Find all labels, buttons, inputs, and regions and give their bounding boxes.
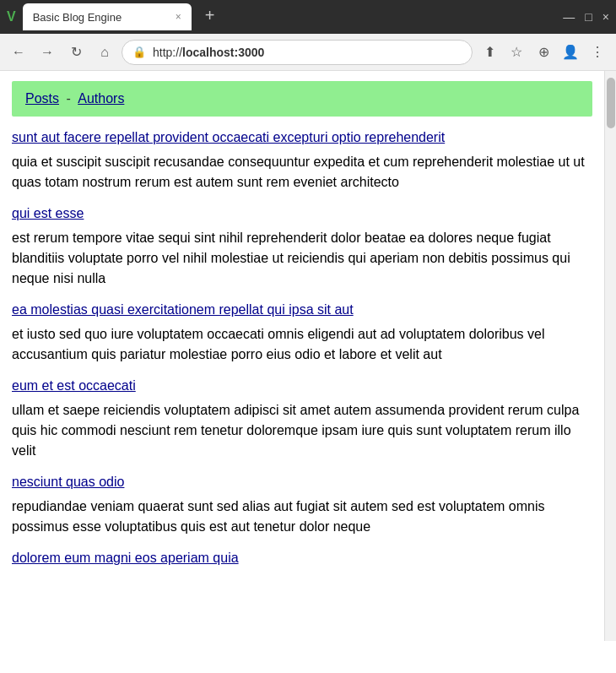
bookmark-button[interactable]: ☆: [505, 41, 528, 64]
post-body: est rerum tempore vitae sequi sint nihil…: [12, 228, 592, 289]
post-body: quia et suscipit suscipit recusandae con…: [12, 152, 592, 193]
url-text: http://localhost:3000: [153, 46, 264, 59]
scroll-thumb[interactable]: [607, 78, 615, 128]
address-bar[interactable]: 🔒 http://localhost:3000: [122, 40, 473, 65]
tab-close-button[interactable]: ×: [176, 11, 181, 23]
lock-icon: 🔒: [132, 46, 146, 58]
post-item: eum et est occaecati ullam et saepe reic…: [12, 378, 592, 461]
page-wrapper: Posts - Authors sunt aut facere repellat…: [0, 71, 616, 641]
browser-tab[interactable]: Basic Blog Engine ×: [23, 3, 192, 30]
post-body: repudiandae veniam quaerat sunt sed alia…: [12, 497, 592, 537]
scrollbar[interactable]: [604, 71, 616, 641]
post-title-link[interactable]: ea molestias quasi exercitationem repell…: [12, 302, 592, 318]
reload-button[interactable]: ↻: [64, 41, 88, 64]
maximize-button[interactable]: □: [585, 11, 592, 23]
post-item: qui est esse est rerum tempore vitae seq…: [12, 206, 592, 289]
extensions-button[interactable]: ⊕: [532, 41, 555, 64]
title-bar: V Basic Blog Engine × + — □ ×: [0, 0, 616, 34]
post-item: dolorem eum magni eos aperiam quia: [12, 551, 592, 566]
post-body: et iusto sed quo iure voluptatem occaeca…: [12, 324, 592, 365]
post-item: ea molestias quasi exercitationem repell…: [12, 302, 592, 365]
posts-link[interactable]: Posts: [25, 91, 59, 106]
browser-favicon: V: [7, 9, 16, 24]
post-title-link[interactable]: eum et est occaecati: [12, 378, 592, 393]
share-button[interactable]: ⬆: [478, 41, 501, 64]
new-tab-button[interactable]: +: [205, 6, 215, 29]
url-domain: localhost:3000: [182, 46, 264, 59]
post-title-link[interactable]: dolorem eum magni eos aperiam quia: [12, 551, 592, 566]
post-title-link[interactable]: qui est esse: [12, 206, 592, 221]
tab-title: Basic Blog Engine: [33, 11, 122, 24]
profile-button[interactable]: 👤: [559, 41, 582, 64]
window-close-button[interactable]: ×: [602, 11, 609, 23]
authors-link[interactable]: Authors: [78, 91, 124, 106]
post-title-link[interactable]: sunt aut facere repellat provident occae…: [12, 130, 592, 145]
post-item: nesciunt quas odio repudiandae veniam qu…: [12, 475, 592, 537]
post-title-link[interactable]: nesciunt quas odio: [12, 475, 592, 490]
post-item: sunt aut facere repellat provident occae…: [12, 130, 592, 193]
nav-separator: -: [62, 91, 74, 106]
more-button[interactable]: ⋮: [586, 41, 609, 64]
page-content: Posts - Authors sunt aut facere repellat…: [0, 71, 604, 641]
forward-button[interactable]: →: [35, 41, 59, 64]
nav-bar: ← → ↻ ⌂ 🔒 http://localhost:3000 ⬆ ☆ ⊕ 👤 …: [0, 34, 616, 71]
post-body: ullam et saepe reiciendis voluptatem adi…: [12, 400, 592, 461]
home-button[interactable]: ⌂: [93, 41, 116, 64]
back-button[interactable]: ←: [7, 41, 30, 64]
nav-actions: ⬆ ☆ ⊕ 👤 ⋮: [478, 41, 609, 64]
nav-banner: Posts - Authors: [12, 81, 592, 117]
minimize-button[interactable]: —: [563, 11, 575, 23]
window-controls: — □ ×: [563, 11, 609, 23]
